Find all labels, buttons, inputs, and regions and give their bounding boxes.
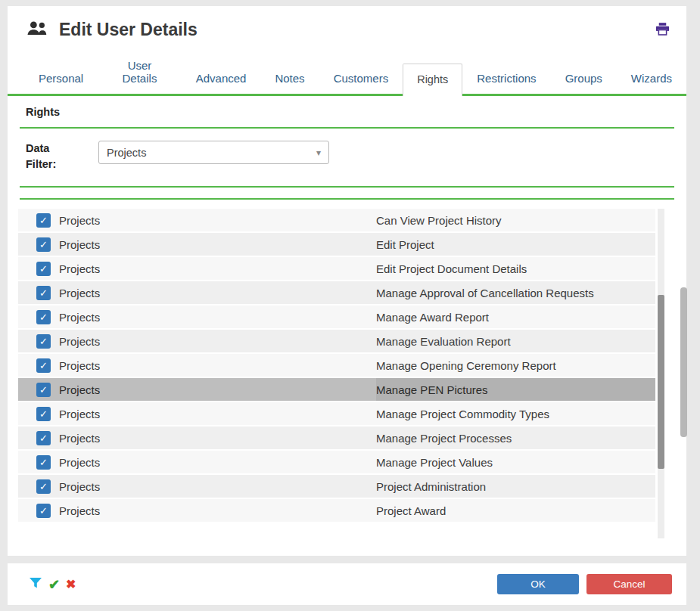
row-category: Projects [59,408,100,420]
tab-rights[interactable]: Rights [403,64,462,96]
users-icon [26,20,48,40]
row-category: Projects [59,432,100,445]
table-row[interactable]: ✓ Projects Can View Project History [18,209,655,233]
tab-user-details[interactable]: User Details [98,52,182,94]
tab-restrictions[interactable]: Restrictions [462,65,550,94]
list-scrollbar-track[interactable] [658,209,664,538]
row-right-name: Manage Approval of Cancellation Requests [376,287,594,299]
section-title: Rights [8,96,686,127]
page-title: Edit User Details [59,20,198,40]
row-right-name: Edit Project [376,238,434,251]
row-checkbox[interactable]: ✓ [36,262,51,276]
cancel-button[interactable]: Cancel [586,574,672,594]
check-icon: ✔ [48,576,60,593]
row-right-name: Manage Project Commodity Types [376,408,549,420]
filter-button[interactable] [26,575,45,594]
table-row[interactable]: ✓ Projects Manage Opening Ceremony Repor… [18,354,655,378]
row-checkbox[interactable]: ✓ [36,383,51,397]
tab-advanced[interactable]: Advanced [182,65,261,94]
data-filter-row: Data Filter: Projects ▾ [8,129,686,186]
table-row[interactable]: ✓ Projects Project Award [18,499,655,523]
row-checkbox[interactable]: ✓ [36,334,51,349]
row-checkbox[interactable]: ✓ [36,407,51,421]
table-row[interactable]: ✓ Projects Edit Project [18,233,655,257]
table-row[interactable]: ✓ Projects Manage Project Values [18,451,655,475]
tab-notes[interactable]: Notes [260,65,319,94]
row-right-name: Manage Opening Ceremony Report [376,359,556,372]
row-category: Projects [59,214,100,227]
filter-icon [29,576,42,592]
tab-customers[interactable]: Customers [319,65,403,94]
row-checkbox[interactable]: ✓ [36,455,51,470]
row-category: Projects [59,359,100,372]
table-row[interactable]: ✓ Projects Manage PEN Pictures [18,378,655,402]
row-right-name: Manage Award Report [376,311,489,324]
row-right-name: Can View Project History [376,214,502,227]
row-category: Projects [59,238,100,251]
row-checkbox[interactable]: ✓ [36,213,51,228]
tab-bar: PersonalUser DetailsAdvancedNotesCustome… [8,52,686,96]
table-row[interactable]: ✓ Projects Project Administration [18,475,655,499]
table-row[interactable]: ✓ Projects Manage Project Processes [18,426,655,451]
row-checkbox[interactable]: ✓ [36,479,51,494]
tab-groups[interactable]: Groups [551,65,617,94]
row-category: Projects [59,262,100,275]
row-category: Projects [59,480,100,493]
row-category: Projects [59,504,100,517]
data-filter-label: Data Filter: [26,141,73,172]
tab-personal[interactable]: Personal [24,65,98,94]
row-right-name: Project Award [376,504,446,517]
table-row[interactable]: ✓ Projects Manage Approval of Cancellati… [18,281,655,306]
row-category: Projects [59,335,100,348]
table-row[interactable]: ✓ Projects Manage Award Report [18,306,655,330]
print-button[interactable] [653,21,671,39]
page-scrollbar-thumb[interactable] [680,287,687,437]
edit-user-details-dialog: Edit User Details PersonalUser DetailsAd… [8,6,686,556]
row-checkbox[interactable]: ✓ [36,504,51,518]
row-category: Projects [59,456,100,469]
rights-list-rows: ✓ Projects Can View Project History ✓ Pr… [18,209,655,523]
row-right-name: Edit Project Document Details [376,262,527,275]
row-right-name: Manage Project Processes [376,432,512,445]
ok-button[interactable]: OK [497,574,579,594]
data-filter-select[interactable]: Projects ▾ [98,141,329,164]
row-right-name: Project Administration [376,480,486,493]
tab-wizards[interactable]: Wizards [617,65,686,94]
row-category: Projects [59,287,100,299]
clear-button[interactable]: ✖ [63,575,79,594]
chevron-down-icon: ▾ [316,147,321,158]
row-checkbox[interactable]: ✓ [36,286,51,300]
row-checkbox[interactable]: ✓ [36,431,51,445]
list-scrollbar-thumb[interactable] [658,295,664,469]
green-divider [20,198,674,200]
row-right-name: Manage Evaluation Report [376,335,511,348]
data-filter-value: Projects [107,147,146,159]
row-category: Projects [59,383,100,396]
check-button[interactable]: ✔ [45,575,63,594]
row-category: Projects [59,311,100,324]
row-checkbox[interactable]: ✓ [36,310,51,324]
table-row[interactable]: ✓ Projects Edit Project Document Details [18,257,655,281]
dialog-footer: ✔ ✖ OK Cancel [8,563,686,605]
close-icon: ✖ [66,577,76,591]
table-row[interactable]: ✓ Projects Manage Project Commodity Type… [18,402,655,426]
rights-list: ✓ Projects Can View Project History ✓ Pr… [18,209,674,538]
row-right-name: Manage Project Values [376,456,493,469]
row-checkbox[interactable]: ✓ [36,237,51,252]
print-icon [655,22,670,39]
dialog-header: Edit User Details [8,6,686,45]
row-checkbox[interactable]: ✓ [36,358,51,373]
table-row[interactable]: ✓ Projects Manage Evaluation Report [18,330,655,354]
row-right-name: Manage PEN Pictures [376,383,488,396]
